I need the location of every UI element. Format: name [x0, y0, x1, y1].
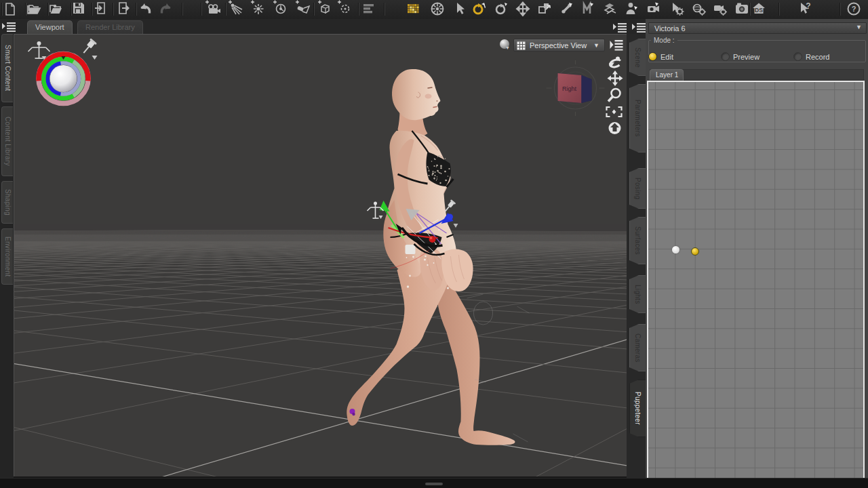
svg-text:?: ? [852, 5, 856, 13]
svg-text:DS: DS [755, 7, 763, 14]
svg-text:Right: Right [562, 85, 577, 92]
svg-text:?: ? [806, 1, 810, 11]
